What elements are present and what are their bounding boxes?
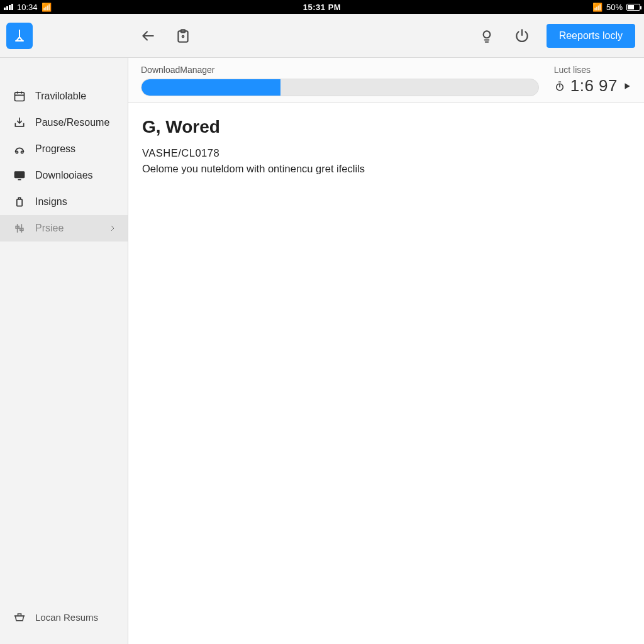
arrow-left-icon xyxy=(140,28,156,44)
clipboard-lock-icon xyxy=(175,28,191,44)
sidebar-item-label: Travilolable xyxy=(35,91,86,102)
battery-icon xyxy=(626,4,640,11)
brand-slot xyxy=(0,23,128,49)
sidebar: Travilolable Pause/Resoume Progress Down… xyxy=(0,58,128,644)
battery-percent: 50% xyxy=(606,3,623,12)
basket-icon xyxy=(13,611,26,623)
download-label: DownloadManager xyxy=(141,65,539,75)
app-toolbar: Reeports locly xyxy=(0,14,644,58)
bulb-icon xyxy=(479,28,495,44)
sidebar-item-label: Downlooiaes xyxy=(35,170,93,181)
page-heading: G, Wored xyxy=(142,117,630,137)
status-clock: 15:31 PM xyxy=(303,3,341,12)
cellular-signal-icon xyxy=(4,4,13,10)
monitor-icon xyxy=(13,169,26,182)
power-button[interactable] xyxy=(511,25,533,47)
play-button[interactable] xyxy=(623,82,631,91)
progress-bar[interactable] xyxy=(141,79,539,96)
sidebar-footer: Locan Resums xyxy=(0,604,128,644)
download-meta: Luct lises 1:6 97 xyxy=(554,65,631,96)
svg-rect-4 xyxy=(15,92,25,101)
sidebar-item-label: Insigns xyxy=(35,196,67,208)
wifi-icon: 📶 xyxy=(42,3,52,12)
download-meta-label: Luct lises xyxy=(554,65,591,75)
svg-rect-7 xyxy=(15,172,25,177)
inbox-download-icon xyxy=(13,116,26,129)
page-description: Oelome you nuteldom with ontinencu gret … xyxy=(142,163,630,175)
chevron-right-icon xyxy=(109,225,116,232)
back-button[interactable] xyxy=(137,25,158,47)
page-body: G, Wored VASHE/CL0178 Oelome you nuteldo… xyxy=(128,103,644,189)
progress-bar-fill xyxy=(142,79,280,96)
sidebar-footer-label: Locan Resums xyxy=(35,612,98,623)
sidebar-item-prsiee[interactable]: Prsiee xyxy=(0,215,128,242)
tuning-icon xyxy=(13,222,26,235)
logo-icon xyxy=(12,28,27,43)
light-button[interactable] xyxy=(476,25,497,47)
sidebar-item-travilolable[interactable]: Travilolable xyxy=(0,83,128,109)
svg-point-2 xyxy=(182,35,184,37)
gauge-icon xyxy=(13,143,26,155)
download-header: DownloadManager Luct lises 1:6 97 xyxy=(128,58,644,103)
svg-rect-8 xyxy=(17,199,22,206)
download-time-row: 1:6 97 xyxy=(554,76,631,96)
svg-point-6 xyxy=(21,151,23,153)
sidebar-item-pause-resume[interactable]: Pause/Resoume xyxy=(0,109,128,136)
sidebar-item-insights[interactable]: Insigns xyxy=(0,189,128,215)
page-code: VASHE/CL0178 xyxy=(142,147,630,159)
download-time-value: 1:6 97 xyxy=(570,76,618,96)
app-logo[interactable] xyxy=(6,23,33,49)
calendar-icon xyxy=(13,90,26,103)
sidebar-item-label: Progress xyxy=(35,143,75,155)
status-time-left: 10:34 xyxy=(17,3,38,12)
sidebar-item-progress[interactable]: Progress xyxy=(0,136,128,162)
play-icon xyxy=(623,82,631,91)
reports-button[interactable]: Reeports locly xyxy=(547,24,635,48)
main-content: DownloadManager Luct lises 1:6 97 xyxy=(128,58,644,644)
sidebar-item-label: Prsiee xyxy=(35,223,64,234)
device-status-bar: 10:34 📶 15:31 PM 📶 50% xyxy=(0,0,644,14)
download-progress-block: DownloadManager xyxy=(141,65,539,96)
wifi-icon-right: 📶 xyxy=(592,3,602,12)
svg-point-3 xyxy=(483,31,490,38)
sidebar-item-label: Pause/Resoume xyxy=(35,117,109,128)
clipboard-button[interactable] xyxy=(172,25,194,47)
luggage-icon xyxy=(13,196,26,208)
stopwatch-icon xyxy=(554,80,565,92)
svg-point-5 xyxy=(16,151,18,153)
toolbar-tools: Reeports locly xyxy=(128,24,644,48)
status-right-cluster: 📶 50% xyxy=(592,3,640,12)
status-left-cluster: 10:34 📶 xyxy=(4,3,52,12)
sidebar-item-downloads[interactable]: Downlooiaes xyxy=(0,162,128,189)
power-icon xyxy=(514,28,530,44)
app-body: Travilolable Pause/Resoume Progress Down… xyxy=(0,58,644,644)
sidebar-item-locan-resums[interactable]: Locan Resums xyxy=(0,604,128,630)
